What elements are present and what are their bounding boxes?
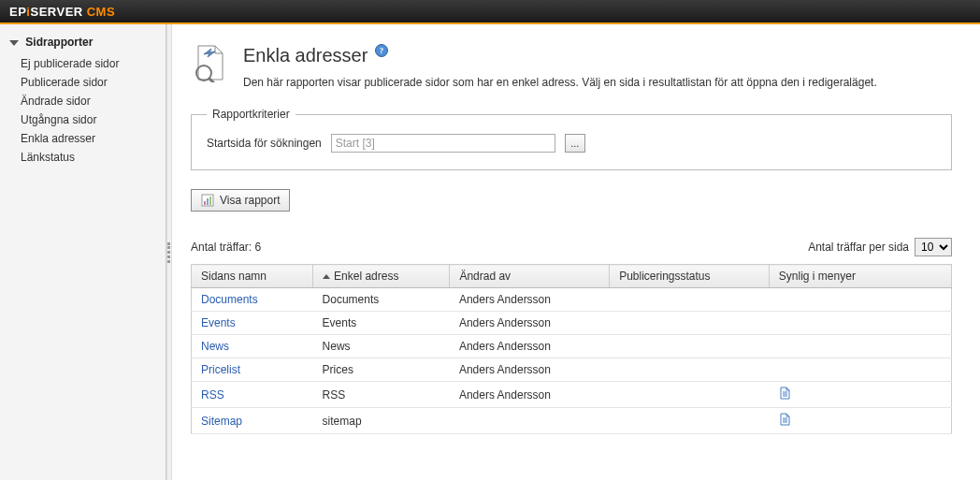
cell-address: sitemap (313, 408, 450, 434)
page-description: Den här rapporten visar publicerade sido… (243, 74, 952, 91)
cell-changed-by (450, 408, 610, 434)
sidebar: Sidrapporter Ej publicerade sidor Public… (0, 24, 166, 480)
document-icon (778, 413, 791, 429)
col-simple-address[interactable]: Enkel adress (313, 265, 450, 288)
splitter-handle[interactable] (166, 24, 172, 480)
brand-server: SERVER (30, 5, 82, 19)
page-link[interactable]: Events (201, 316, 236, 329)
sidebar-item-linkstatus[interactable]: Länkstatus (21, 148, 166, 167)
cell-pub-status (610, 288, 770, 312)
col-pub-status[interactable]: Publiceringsstatus (610, 265, 770, 288)
cell-address: RSS (313, 382, 450, 408)
cell-address: Events (313, 312, 450, 335)
cell-pub-status (610, 382, 770, 408)
start-page-label: Startsida för sökningen (207, 137, 322, 150)
chart-icon (201, 194, 214, 207)
cell-changed-by: Anders Andersson (450, 312, 610, 335)
cell-visible (769, 382, 951, 408)
cell-pub-status (610, 312, 770, 335)
help-icon[interactable]: ? (375, 44, 388, 60)
cell-pub-status (610, 358, 770, 382)
svg-rect-5 (204, 201, 206, 205)
document-icon (778, 387, 791, 402)
page-link[interactable]: Pricelist (201, 363, 240, 376)
main-content: Enkla adresser ? Den här rapporten visar… (172, 24, 980, 480)
cell-address: Prices (313, 358, 450, 382)
svg-text:?: ? (380, 46, 384, 55)
cell-visible (769, 312, 951, 335)
sidebar-item-unpublished[interactable]: Ej publicerade sidor (21, 54, 166, 73)
cell-pub-status (610, 408, 770, 434)
sidebar-item-expired[interactable]: Utgångna sidor (21, 110, 166, 129)
sidebar-items: Ej publicerade sidor Publicerade sidor Ä… (0, 54, 166, 167)
show-report-label: Visa rapport (220, 194, 280, 207)
show-report-button[interactable]: Visa rapport (191, 189, 290, 212)
hits-count: 6 (255, 241, 262, 254)
sidebar-item-simpleaddresses[interactable]: Enkla adresser (21, 129, 166, 148)
page-title: Enkla adresser (243, 45, 368, 66)
hits-label: Antal träffar: 6 (191, 241, 261, 254)
sidebar-item-published[interactable]: Publicerade sidor (21, 73, 166, 92)
per-page-label: Antal träffar per sida (808, 241, 909, 254)
top-bar: EPiSERVERCMS (0, 0, 980, 24)
page-link[interactable]: Documents (201, 293, 258, 306)
sidebar-section-header[interactable]: Sidrapporter (0, 32, 166, 54)
table-row: NewsNewsAnders Andersson (192, 335, 952, 358)
per-page-select[interactable]: 10 (915, 238, 952, 256)
svg-rect-6 (207, 198, 209, 205)
chevron-down-icon (9, 40, 19, 46)
cell-changed-by: Anders Andersson (450, 288, 610, 312)
cell-changed-by: Anders Andersson (450, 358, 610, 382)
col-page-name[interactable]: Sidans namn (192, 265, 313, 288)
sidebar-item-changed[interactable]: Ändrade sidor (21, 92, 166, 110)
svg-rect-7 (209, 197, 211, 205)
page-link[interactable]: Sitemap (201, 415, 242, 428)
cell-changed-by: Anders Andersson (450, 382, 610, 408)
col-visible-menus[interactable]: Synlig i menyer (769, 265, 951, 288)
report-criteria-fieldset: Rapportkriterier Startsida för sökningen… (191, 108, 952, 170)
cell-visible (769, 358, 951, 382)
report-page-icon (191, 43, 230, 82)
browse-page-button[interactable]: ... (565, 134, 585, 153)
cell-visible (769, 335, 951, 358)
cell-pub-status (610, 335, 770, 358)
cell-visible (769, 408, 951, 434)
sort-asc-icon (323, 274, 330, 279)
results-table: Sidans namn Enkel adress Ändrad av Publi… (191, 264, 952, 434)
criteria-legend: Rapportkriterier (207, 108, 295, 121)
page-link[interactable]: RSS (201, 388, 224, 402)
cell-address: Documents (313, 288, 450, 312)
cell-visible (769, 288, 951, 312)
brand-logo: EPiSERVERCMS (9, 5, 115, 19)
table-row: EventsEventsAnders Andersson (192, 312, 952, 335)
cell-address: News (313, 335, 450, 358)
grip-icon (167, 242, 171, 263)
col-changed-by[interactable]: Ändrad av (450, 265, 610, 288)
table-row: DocumentsDocumentsAnders Andersson (192, 288, 952, 312)
sidebar-section-title: Sidrapporter (25, 36, 93, 49)
brand-ep: EP (9, 5, 26, 19)
brand-cms: CMS (87, 5, 115, 19)
table-row: RSSRSSAnders Andersson (192, 382, 952, 408)
cell-changed-by: Anders Andersson (450, 335, 610, 358)
table-row: PricelistPricesAnders Andersson (192, 358, 952, 382)
page-link[interactable]: News (201, 340, 229, 353)
table-row: Sitemapsitemap (192, 408, 952, 434)
start-page-input[interactable] (331, 134, 555, 153)
